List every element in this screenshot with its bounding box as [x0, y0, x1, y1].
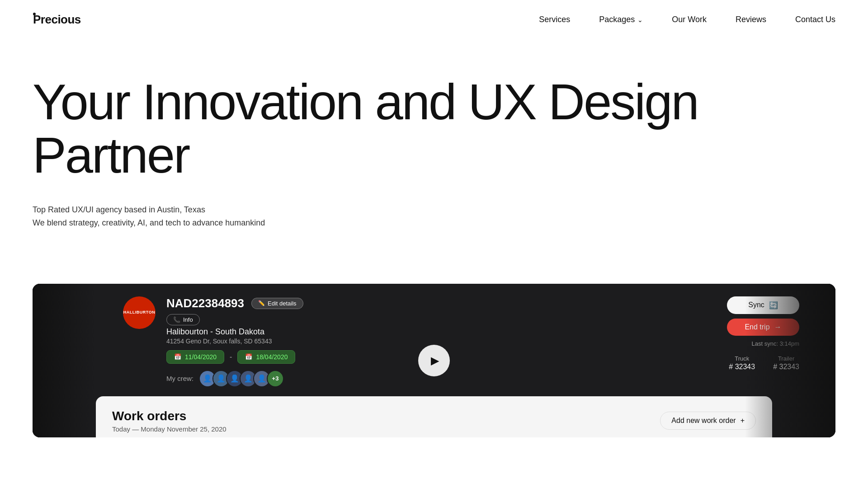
crew-avatars: 👤 👤 👤 👤: [199, 370, 284, 387]
nav-item-reviews[interactable]: Reviews: [736, 15, 766, 24]
phone-icon: 📞: [173, 316, 180, 323]
work-orders-panel: Work orders Today — Monday November 25, …: [96, 396, 772, 437]
edit-details-button[interactable]: ✏️ Edit details: [251, 298, 303, 309]
left-overlay: [33, 284, 96, 437]
work-orders-date: Today — Monday November 25, 2020: [112, 425, 226, 433]
hero-section: Your Innovation and UX Design Partner To…: [0, 39, 868, 257]
packages-label: Packages: [599, 15, 635, 24]
right-overlay: [745, 284, 835, 437]
packages-link[interactable]: Packages ⌄: [599, 15, 643, 24]
showcase-inner: HALLIBURTON NAD22384893 ✏️ Edit details: [33, 284, 835, 437]
trip-id-row: NAD22384893 ✏️ Edit details: [166, 296, 303, 310]
date-start-badge: 📅 11/04/2020: [166, 350, 224, 364]
add-work-order-label: Add new work order: [671, 417, 736, 425]
crew-section: My crew: 👤 👤 👤: [166, 370, 303, 387]
date-end-badge: 📅 18/04/2020: [237, 350, 295, 364]
nav-item-contact[interactable]: Contact Us: [795, 15, 835, 24]
logo[interactable]: Precious: [33, 13, 36, 27]
date-end-text: 18/04/2020: [256, 353, 288, 361]
date-separator: -: [230, 353, 232, 361]
add-work-order-button[interactable]: Add new work order +: [660, 412, 756, 430]
work-orders-info: Work orders Today — Monday November 25, …: [112, 409, 226, 433]
plus-icon: +: [741, 417, 745, 425]
crew-more-badge: +3: [267, 370, 284, 387]
company-address: 41254 Geno Dr, Soux falls, SD 65343: [166, 338, 303, 345]
trip-dates: 📅 11/04/2020 - 📅 18/04/2020: [166, 350, 303, 364]
company-logo: HALLIBURTON: [123, 296, 156, 329]
play-button[interactable]: ▶: [418, 345, 450, 376]
services-link[interactable]: Services: [539, 15, 570, 24]
logo-text: Precious: [33, 13, 36, 15]
hero-title: Your Innovation and UX Design Partner: [33, 75, 835, 182]
nav-item-services[interactable]: Services: [539, 15, 570, 24]
hero-subtitle: Top Rated UX/UI agency based in Austin, …: [33, 203, 835, 230]
app-left-section: HALLIBURTON NAD22384893 ✏️ Edit details: [123, 296, 303, 387]
trip-id-text: NAD22384893: [166, 296, 244, 310]
calendar-start-icon: 📅: [174, 353, 181, 360]
nav-links: Services Packages ⌄ Our Work Reviews Con…: [539, 15, 835, 24]
navigation: Precious Services Packages ⌄ Our Work Re…: [0, 0, 868, 39]
chevron-down-icon: ⌄: [637, 16, 643, 23]
edit-icon: ✏️: [258, 300, 265, 306]
reviews-link[interactable]: Reviews: [736, 15, 766, 24]
edit-details-label: Edit details: [268, 300, 297, 307]
hero-subtitle-line1: Top Rated UX/UI agency based in Austin, …: [33, 203, 835, 216]
date-start-text: 11/04/2020: [185, 353, 217, 361]
company-name: Halibourton - South Dakota: [166, 327, 303, 337]
work-orders-title: Work orders: [112, 409, 226, 423]
trip-details: NAD22384893 ✏️ Edit details 📞 Info: [166, 296, 303, 387]
showcase-container: HALLIBURTON NAD22384893 ✏️ Edit details: [33, 284, 835, 437]
calendar-end-icon: 📅: [245, 353, 252, 360]
play-icon: ▶: [431, 354, 439, 367]
crew-label: My crew:: [166, 375, 193, 382]
contact-link[interactable]: Contact Us: [795, 15, 835, 24]
company-logo-text: HALLIBURTON: [123, 310, 155, 315]
info-label: Info: [183, 316, 193, 323]
info-button[interactable]: 📞 Info: [166, 314, 200, 325]
our-work-link[interactable]: Our Work: [672, 15, 707, 24]
hero-subtitle-line2: We blend strategy, creativity, AI, and t…: [33, 216, 835, 230]
nav-item-our-work[interactable]: Our Work: [672, 15, 707, 24]
nav-item-packages[interactable]: Packages ⌄: [599, 15, 643, 24]
